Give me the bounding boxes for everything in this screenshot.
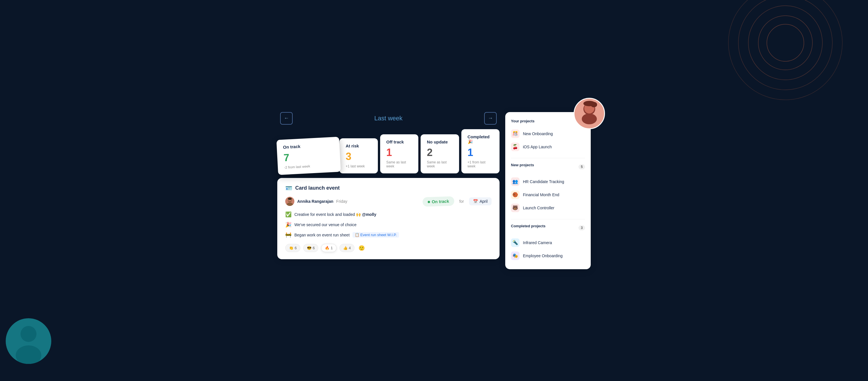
- svg-point-2: [748, 6, 823, 80]
- svg-point-8: [287, 203, 293, 206]
- on-track-badge: On track: [422, 196, 454, 207]
- infrared-name: Infrared Camera: [523, 240, 552, 245]
- on-track-card: On track 7 -2 from last week: [276, 137, 341, 175]
- financial-icon: 🏀: [511, 190, 520, 199]
- update-item-2: 🎉 We've secured our venue of choice: [285, 222, 492, 228]
- svg-point-1: [738, 0, 832, 90]
- for-label: for: [459, 199, 464, 204]
- next-icon: →: [488, 115, 493, 121]
- item-icon-2: 🎉: [285, 222, 291, 228]
- next-button[interactable]: →: [484, 112, 497, 125]
- employee-onboarding-name: Employee Onboarding: [523, 254, 562, 258]
- decorative-avatar: [574, 98, 605, 129]
- svg-point-5: [21, 326, 36, 342]
- left-section: ← Last week → On track 7 -2 from last we…: [277, 112, 500, 259]
- bottom-avatar-blob: [6, 318, 51, 364]
- completed-sub: +1 from last week: [468, 160, 494, 168]
- item-icon-1: ✅: [285, 211, 291, 217]
- right-panel: Your projects 🎊 New Onboarding 🍒 iOS App…: [505, 112, 591, 269]
- svg-point-12: [582, 114, 597, 124]
- month-label: April: [479, 199, 488, 204]
- new-projects-title: New projects: [511, 163, 534, 167]
- prev-button[interactable]: ←: [280, 112, 293, 125]
- launch-controller-name: Launch Controller: [523, 206, 555, 210]
- prev-icon: ←: [284, 115, 289, 121]
- ios-launch-name: iOS App Launch: [523, 145, 552, 149]
- reactions-row: 👏 6 😎 6 🔥 1 👍 4 🙂: [285, 244, 492, 253]
- new-projects-count: 5: [579, 164, 585, 169]
- nav-row: ← Last week →: [277, 112, 500, 125]
- financial-name: Financial Month End: [523, 193, 559, 197]
- clap-emoji: 👏: [289, 246, 293, 250]
- new-projects-header: New projects 5: [511, 163, 585, 171]
- new-onboarding-name: New Onboarding: [523, 131, 553, 136]
- project-hr-tracking[interactable]: 👥 HR Candidate Tracking: [511, 175, 585, 188]
- reaction-thumbs[interactable]: 👍 4: [339, 244, 354, 252]
- off-track-label: Off track: [386, 140, 412, 144]
- update-meta: Annika Rangarajan Friday On track for 📅 …: [285, 197, 492, 206]
- at-risk-label: At risk: [346, 143, 372, 148]
- no-update-card: No update 2 Same as last week: [421, 134, 459, 173]
- ios-launch-icon: 🍒: [511, 143, 520, 151]
- calendar-icon: 📅: [473, 199, 478, 204]
- clap-count: 6: [294, 246, 297, 250]
- project-new-onboarding[interactable]: 🎊 New Onboarding: [511, 127, 585, 140]
- nav-title: Last week: [374, 115, 402, 122]
- add-emoji-icon: 🙂: [359, 245, 365, 251]
- completed-projects-title: Completed projects: [511, 224, 546, 228]
- on-track-value: 7: [283, 149, 334, 164]
- update-header: 🪪 Card launch event: [285, 185, 492, 192]
- event-run-sheet-link[interactable]: 📋 Event run sheet W.I.P.: [352, 232, 399, 238]
- cool-emoji: 😎: [307, 246, 311, 250]
- reaction-fire[interactable]: 🔥 1: [321, 244, 336, 252]
- completed-projects-count: 3: [579, 225, 585, 230]
- card-icon: 🪪: [285, 185, 292, 192]
- svg-point-3: [758, 16, 812, 70]
- item-text-2: We've secured our venue of choice: [294, 223, 356, 227]
- update-items: ✅ Creative for event lock and loaded 🙌 @…: [285, 211, 492, 238]
- update-title: Card launch event: [295, 185, 340, 191]
- completed-value: 1: [468, 147, 494, 158]
- at-risk-card: At risk 3 +1 last week: [339, 138, 378, 173]
- hr-tracking-name: HR Candidate Tracking: [523, 179, 564, 184]
- update-author: Annika Rangarajan: [297, 199, 333, 204]
- project-financial[interactable]: 🏀 Financial Month End: [511, 188, 585, 201]
- no-update-sub: Same as last week: [427, 160, 453, 168]
- launch-controller-icon: 🐻: [511, 204, 520, 212]
- employee-onboarding-icon: 🎭: [511, 252, 520, 260]
- on-track-sub: -2 from last week: [284, 163, 334, 169]
- update-item-1: ✅ Creative for event lock and loaded 🙌 @…: [285, 211, 492, 217]
- off-track-sub: Same as last week: [386, 160, 412, 168]
- update-card: 🪪 Card launch event Annika Rangarajan Fr…: [277, 178, 500, 259]
- svg-point-10: [288, 198, 292, 200]
- hr-tracking-icon: 👥: [511, 177, 520, 186]
- completed-card: Completed 🎉 1 +1 from last week: [461, 129, 500, 173]
- on-track-label: On track: [283, 142, 333, 149]
- thumbs-count: 4: [349, 246, 351, 250]
- off-track-card: Off track 1 Same as last week: [380, 134, 418, 173]
- cool-count: 6: [313, 246, 315, 250]
- project-ios-launch[interactable]: 🍒 iOS App Launch: [511, 140, 585, 153]
- thumbs-emoji: 👍: [343, 246, 348, 250]
- fire-emoji: 🔥: [325, 246, 330, 250]
- april-badge: 📅 April: [469, 197, 492, 205]
- project-employee-onboarding[interactable]: 🎭 Employee Onboarding: [511, 249, 585, 262]
- svg-point-15: [583, 101, 595, 106]
- item-icon-3: 🚧: [285, 232, 291, 238]
- project-launch-controller[interactable]: 🐻 Launch Controller: [511, 201, 585, 214]
- completed-label: Completed 🎉: [468, 134, 494, 144]
- reaction-clap[interactable]: 👏 6: [285, 244, 300, 252]
- svg-point-4: [767, 24, 804, 61]
- author-avatar: [285, 197, 294, 206]
- svg-point-6: [16, 345, 41, 364]
- on-track-status-text: On track: [431, 199, 449, 204]
- project-infrared[interactable]: 🔦 Infrared Camera: [511, 236, 585, 249]
- your-projects-title: Your projects: [511, 119, 585, 123]
- stats-row: On track 7 -2 from last week At risk 3 +…: [277, 129, 500, 173]
- status-badge-area: On track for 📅 April: [423, 197, 492, 206]
- add-emoji-button[interactable]: 🙂: [358, 244, 366, 253]
- reaction-cool[interactable]: 😎 6: [303, 244, 318, 252]
- no-update-label: No update: [427, 140, 453, 144]
- at-risk-sub: +1 last week: [346, 164, 372, 168]
- new-onboarding-icon: 🎊: [511, 129, 520, 138]
